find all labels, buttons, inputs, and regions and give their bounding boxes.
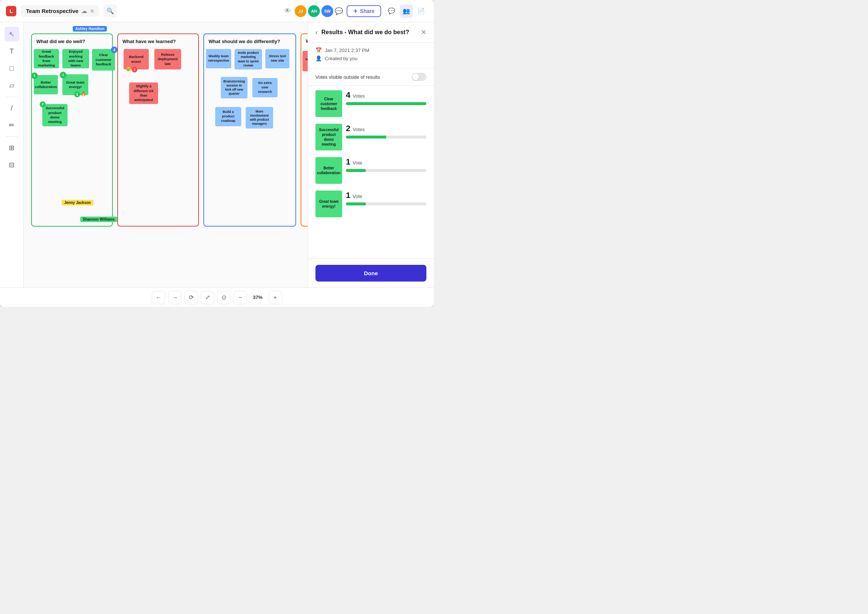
sticky-marketing-feedback[interactable]: Great feedback from marketing [34,49,59,68]
sticky-weekly-retro[interactable]: Weekly team retrospective [206,49,231,68]
sticky-different-ux[interactable]: Slightly a different UX than anticipated [129,82,158,104]
toolbar-icons: 💬 👥 📄 [385,5,428,18]
menu-icon[interactable]: ≡ [90,8,93,14]
vote-label-1: Votes [353,93,365,99]
column-differently: What should we do differently? Weekly te… [203,33,296,227]
meta-date-row: 📅 Jan 7, 2021 2:37 PM [315,47,426,53]
column-learned: What have we learned? Backend woes! 😢 2 … [117,33,199,227]
comment-toolbar-btn[interactable]: 💬 [385,5,398,18]
logo-icon: L [6,6,16,16]
vote-details-4: 1 Vote [346,191,426,205]
vote-details-2: 2 Votes [346,124,426,138]
vote-number-4: 1 [346,191,350,200]
tool-line[interactable]: / [5,101,19,115]
column-other: Wha... Whe... will... ne... te... [301,33,308,227]
avatar-ah: AH [308,5,320,17]
tool-text[interactable]: T [5,44,19,59]
sticky-new-teams[interactable]: Enjoyed working with new teams [62,49,89,68]
vote-bar-3 [346,169,366,172]
cloud-icon[interactable]: ☁ [81,8,87,14]
column-well-title: What did we do well? [36,39,108,44]
comment-icon[interactable]: 💬 [335,7,343,15]
tool-rectangle[interactable]: □ [5,61,19,76]
sticky-invite-marketing[interactable]: Invite product marketing team to sprint … [234,49,262,70]
redo-button[interactable]: → [168,291,181,304]
zoom-in-button[interactable]: + [269,291,282,304]
header-left: L Team Retrospective ☁ ≡ 🔍 [6,5,117,18]
vote-count-row-3: 1 Vote [346,157,426,167]
vote-number-3: 1 [346,157,350,167]
share-label: Share [360,8,374,14]
canvas[interactable]: What did we do well? Ashley Hamilton Gre… [24,22,308,288]
sticky-team-energy[interactable]: 1 Great team energy! 🔥 1 [62,74,88,95]
sticky-deployment-late[interactable]: Release deployment late [154,49,181,70]
sticky-product-demo[interactable]: 2 Successful product demo meeting [42,104,68,126]
votes-toggle[interactable] [412,73,426,81]
eye-icon: 👁 [284,7,291,15]
page-title: Team Retrospective [26,8,78,14]
tool-grid[interactable]: ⊞ [5,140,19,155]
vote-item-3: Better collaboration 1 Vote [315,157,426,184]
panel-meta: 📅 Jan 7, 2021 2:37 PM 👤 Created by you [308,43,434,68]
header-right: 👁 JJ AH SW 💬 ✈ Share 💬 👥 📄 [284,5,428,18]
sticky-extra-research[interactable]: Do extra user research [252,78,277,97]
sticky-stress-test[interactable]: Stress test new site [265,49,290,68]
expand-button[interactable]: ⤢ [201,291,214,304]
vote-count-row-2: 2 Votes [346,124,426,133]
users-toolbar-btn[interactable]: 👥 [400,5,413,18]
sticky-more-involvement[interactable]: More involvement with product managers [246,107,273,129]
history-button[interactable]: ⟳ [184,291,198,304]
vote-count-row-4: 1 Vote [346,191,426,200]
sticky-brainstorm[interactable]: Brainstorming session to kick off new qu… [221,77,248,98]
sticky-better-collab[interactable]: 1 Better collaboration [34,75,58,94]
panel-title: Results - What did we do best? [321,29,409,36]
meta-created-by: Created by you [325,56,357,61]
notes-toolbar-btn[interactable]: 📄 [414,5,428,18]
retro-board: What did we do well? Ashley Hamilton Gre… [24,22,308,288]
vote-bar-4 [346,202,366,205]
share-button[interactable]: ✈ Share [347,5,381,17]
location-button[interactable]: ⊙ [217,291,231,304]
sticky-other-1[interactable]: Whe... will... ne... te... [302,51,308,72]
sidebar-divider [6,96,18,97]
zoom-level-display: 37% [250,295,265,300]
vote-bar-bg-2 [346,135,426,138]
votes-toggle-row: Votes visible outside of results [308,68,434,86]
sidebar-divider-2 [6,136,18,137]
search-button[interactable]: 🔍 [104,5,117,18]
sticky-product-roadmap[interactable]: Build a product roadmap [215,107,241,126]
vote-label-2: Votes [353,127,365,132]
cursor-ashley: Ashley Hamilton [73,26,107,31]
vote-details-1: 4 Votes [346,90,426,105]
panel-header-left: ‹ Results - What did we do best? [315,29,409,36]
vote-badge-1-energy: 1 [60,72,67,78]
close-button[interactable]: ✕ [421,28,426,36]
avatar-jj: JJ [294,5,307,17]
panel-header: ‹ Results - What did we do best? ✕ [308,22,434,43]
vote-details-3: 1 Vote [346,157,426,172]
vote-label-4: Vote [353,194,362,199]
vote-label-3: Vote [353,160,362,166]
vote-bar-1 [346,102,426,105]
undo-button[interactable]: ← [152,291,165,304]
vote-item-1: Clear customer feedback 4 Votes [315,90,426,117]
vote-count-row-1: 4 Votes [346,90,426,100]
vote-bar-bg-4 [346,202,426,205]
app-container: L Team Retrospective ☁ ≡ 🔍 👁 JJ AH SW 💬 … [0,0,434,307]
tool-table[interactable]: ⊟ [5,157,19,173]
tool-shape[interactable]: ▱ [5,78,19,93]
done-section: Done [308,258,434,288]
back-button[interactable]: ‹ [315,29,318,36]
tool-pen[interactable]: ✏ [5,118,19,133]
vote-sticky-2: Successful product demo meeting [315,124,342,151]
vote-bar-bg-1 [346,102,426,105]
sticky-customer-feedback[interactable]: 4 Clear customer feedback [92,49,115,71]
done-button[interactable]: Done [315,265,426,281]
vote-results: Clear customer feedback 4 Votes Successf… [308,86,434,258]
vote-bar-bg-3 [346,169,426,172]
vote-sticky-3: Better collaboration [315,157,342,184]
tool-select[interactable]: ↖ [5,27,19,42]
zoom-out-button[interactable]: − [233,291,247,304]
vote-badge-4: 4 [111,47,118,53]
sticky-backend-woes[interactable]: Backend woes! 😢 2 [124,49,149,70]
